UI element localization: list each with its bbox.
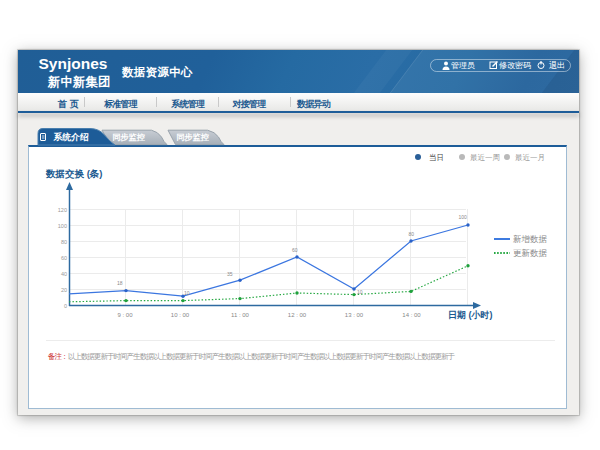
svg-text:100: 100 [459,214,468,220]
svg-text:20: 20 [61,286,67,292]
svg-text:10: 10 [184,289,190,295]
svg-text:60: 60 [61,254,67,260]
svg-text:120: 120 [58,206,67,212]
svg-text:系统介绍: 系统介绍 [53,132,89,142]
svg-text:80: 80 [61,238,67,244]
svg-text:12 : 00: 12 : 00 [288,312,307,318]
svg-text:13 : 00: 13 : 00 [345,312,364,318]
svg-text:10 : 00: 10 : 00 [171,312,190,318]
svg-text:100: 100 [58,222,67,228]
svg-text:40: 40 [61,270,67,276]
svg-text:60: 60 [292,247,298,253]
svg-text:9 : 00: 9 : 00 [117,312,133,318]
svg-text:35: 35 [227,271,233,277]
svg-text:更新数据: 更新数据 [513,248,548,258]
svg-text:数据交换 (条): 数据交换 (条) [45,168,102,179]
svg-text:同步监控: 同步监控 [176,132,209,142]
svg-text:10: 10 [357,288,363,294]
svg-text:最近一月: 最近一月 [515,153,545,162]
svg-text:日期 (小时): 日期 (小时) [448,310,493,320]
svg-text:18: 18 [117,280,123,286]
svg-text:当日: 当日 [429,153,444,162]
svg-text:80: 80 [409,231,415,237]
svg-text:0: 0 [64,302,67,308]
svg-text:最近一周: 最近一周 [470,153,500,162]
svg-text:14 : 00: 14 : 00 [402,312,421,318]
svg-text:新增数据: 新增数据 [513,234,548,244]
svg-text:同步监控: 同步监控 [112,132,145,142]
svg-text:11 : 00: 11 : 00 [231,312,250,318]
